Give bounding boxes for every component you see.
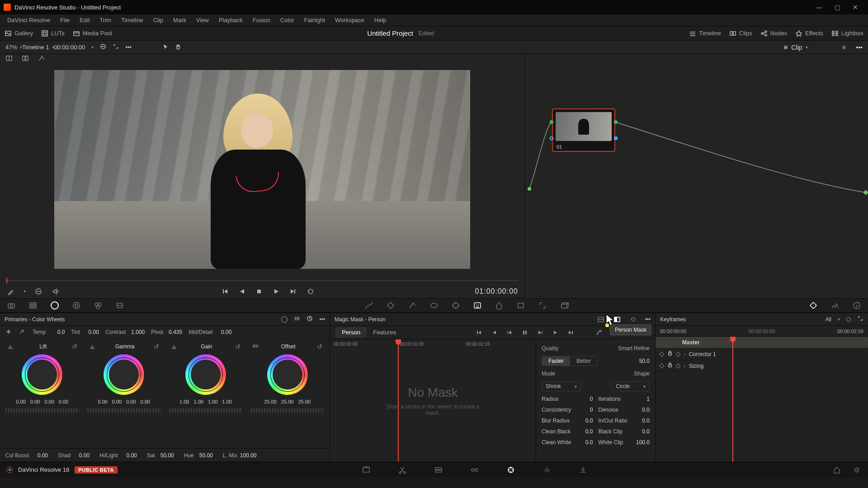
node-key-output-icon[interactable]	[614, 136, 618, 140]
node-rgb-input-icon[interactable]	[549, 119, 554, 124]
last-frame-icon[interactable]	[289, 287, 298, 296]
mask-timeline[interactable]: 00:00:00:00 00:00:01:08 00:00:02:16 No M…	[330, 339, 536, 462]
quality-faster[interactable]: Faster	[542, 357, 570, 366]
luts-toggle[interactable]: LUTs	[41, 30, 65, 37]
close-button[interactable]: ✕	[846, 1, 864, 14]
clean-black-value[interactable]: 0.0	[585, 428, 593, 435]
colboost-value[interactable]: 0.00	[32, 452, 48, 459]
gain-wheel[interactable]	[185, 354, 226, 395]
info-icon[interactable]	[852, 300, 862, 310]
lift-jog[interactable]	[5, 408, 79, 413]
menu-color[interactable]: Color	[276, 15, 299, 25]
sat-value[interactable]: 50.00	[158, 452, 174, 459]
clips-toggle[interactable]: Clips	[729, 30, 752, 37]
track-start-icon[interactable]	[474, 328, 483, 337]
keyframes-corrector-row[interactable]: › Corrector 1	[656, 348, 868, 360]
minimize-button[interactable]: —	[810, 1, 828, 14]
curves-icon[interactable]	[364, 300, 374, 310]
keyframes-master-row[interactable]: Master	[656, 337, 868, 348]
gamma-jog[interactable]	[87, 408, 161, 413]
play-icon[interactable]	[272, 287, 281, 296]
lightbox-toggle[interactable]: Lightbox	[831, 30, 863, 37]
gain-jog[interactable]	[169, 408, 243, 413]
gamma-values[interactable]: 0.000.000.000.00	[98, 399, 150, 404]
mask-reset-icon[interactable]	[628, 314, 638, 324]
clip-selector[interactable]: Clip	[791, 44, 802, 51]
unmix-icon[interactable]	[34, 287, 43, 296]
tc-menu-icon[interactable]: ▾	[91, 45, 94, 50]
track-reverse-icon[interactable]	[505, 328, 514, 337]
viewer-scrubber[interactable]	[6, 276, 518, 283]
gain-yrange-icon[interactable]	[171, 343, 178, 350]
lift-values[interactable]: 0.000.000.000.00	[16, 399, 69, 404]
offset-jog[interactable]	[250, 408, 324, 413]
black-clip-value[interactable]: 0.0	[642, 428, 650, 435]
home-icon[interactable]	[832, 465, 842, 475]
offset-reset-icon[interactable]: ↺	[317, 343, 322, 350]
menu-mark[interactable]: Mark	[169, 15, 191, 25]
cut-page-icon[interactable]	[397, 465, 407, 475]
edit-page-icon[interactable]	[434, 465, 443, 475]
sizing-lock-icon[interactable]	[667, 362, 673, 369]
lift-wheel[interactable]	[21, 354, 63, 395]
track-forward-icon[interactable]	[536, 328, 545, 337]
power-windows-icon[interactable]	[429, 300, 439, 310]
offset-wheel[interactable]	[267, 354, 308, 395]
wheels-mode-icon[interactable]	[281, 316, 288, 323]
camera-raw-icon[interactable]	[6, 300, 16, 310]
hilight-value[interactable]: 0.00	[121, 452, 137, 459]
pivot-value[interactable]: 0.435	[166, 329, 182, 335]
sizing-dynamic-icon[interactable]	[675, 363, 680, 368]
keyframes-playhead[interactable]	[732, 337, 733, 462]
timeline-toggle[interactable]: Timeline	[689, 30, 721, 37]
sizing-keyframe-icon[interactable]	[659, 363, 664, 368]
deliver-page-icon[interactable]	[578, 465, 588, 475]
loop-icon[interactable]	[306, 287, 315, 296]
bypass-icon[interactable]	[100, 43, 106, 51]
fairlight-page-icon[interactable]	[542, 465, 552, 475]
quality-segment[interactable]: Faster Better	[542, 356, 598, 366]
smart-refine-value[interactable]: 50.0	[633, 358, 650, 364]
3d-icon[interactable]	[559, 300, 569, 310]
lift-reset-icon[interactable]: ↺	[72, 343, 77, 350]
viewer-image[interactable]	[54, 70, 470, 269]
menu-fusion[interactable]: Fusion	[248, 15, 275, 25]
menu-view[interactable]: View	[192, 15, 213, 25]
expand-icon[interactable]	[113, 43, 119, 51]
project-settings-icon[interactable]	[852, 465, 862, 475]
menu-timeline[interactable]: Timeline	[117, 15, 148, 25]
menu-edit[interactable]: Edit	[75, 15, 94, 25]
corrector-lock-icon[interactable]	[667, 351, 673, 357]
log-mode-icon[interactable]	[307, 315, 313, 323]
split-screen-icon[interactable]	[22, 55, 30, 63]
qualifier-icon[interactable]	[407, 300, 417, 310]
pointer-tool-icon[interactable]	[162, 43, 169, 51]
menu-resolve[interactable]: DaVinci Resolve	[3, 15, 55, 25]
record-timecode[interactable]: 01:00:00:00	[475, 287, 518, 296]
corrector-dynamic-icon[interactable]	[675, 352, 680, 357]
lmix-value[interactable]: 100.00	[240, 452, 257, 459]
nodes-toggle[interactable]: Nodes	[760, 30, 788, 37]
menu-trim[interactable]: Trim	[95, 15, 116, 25]
middetail-value[interactable]: 0.00	[215, 329, 231, 335]
track-end-icon[interactable]	[566, 328, 576, 337]
corrector-keyframe-icon[interactable]	[659, 352, 664, 357]
effects-toggle[interactable]: Effects	[795, 30, 823, 37]
track-prev-icon[interactable]	[490, 328, 499, 337]
blur-icon[interactable]	[494, 300, 504, 310]
shad-value[interactable]: 0.00	[73, 452, 90, 459]
first-frame-icon[interactable]	[220, 287, 229, 296]
gain-values[interactable]: 1.001.001.001.00	[179, 399, 232, 404]
menu-file[interactable]: File	[56, 15, 74, 25]
gamma-wheel[interactable]	[103, 354, 145, 395]
radius-value[interactable]: 0	[590, 396, 593, 402]
shape-select[interactable]: Circle▾	[612, 381, 650, 391]
primaries-options-icon[interactable]: •••	[319, 316, 325, 323]
node-key-input-icon[interactable]	[549, 136, 554, 141]
gamma-yrange-icon[interactable]	[89, 343, 96, 350]
scrubber-playhead[interactable]	[6, 278, 7, 283]
color-page-icon[interactable]	[506, 465, 516, 475]
white-clip-value[interactable]: 100.0	[636, 439, 650, 446]
denoise-value[interactable]: 0.0	[642, 407, 650, 413]
maximize-button[interactable]: ▢	[828, 1, 846, 14]
